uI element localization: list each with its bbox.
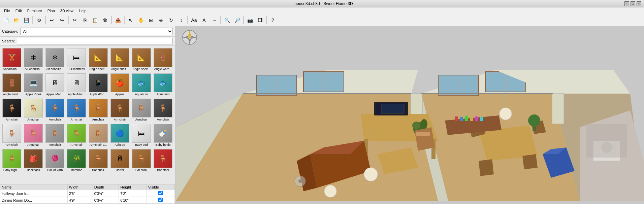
furniture-item-12[interactable]: 📱Apple iPho...: [88, 72, 109, 97]
zoom-in-button[interactable]: 🔍: [222, 15, 232, 25]
furniture-item-9[interactable]: 💻Apple iBook: [23, 72, 44, 97]
copy-button[interactable]: ⎘: [80, 15, 90, 25]
new-button[interactable]: 📄: [1, 15, 11, 25]
3d-scene[interactable]: [175, 26, 644, 204]
furniture-item-15[interactable]: 🐟Aquarium: [153, 72, 173, 97]
redo-button[interactable]: ↪: [57, 15, 67, 25]
furniture-item-6[interactable]: 📐Angle shelf...: [131, 47, 152, 72]
furniture-item-14[interactable]: 🐟Aquarium: [131, 72, 152, 97]
furniture-item-17[interactable]: 🪑Armchair: [23, 98, 44, 122]
help-button[interactable]: ?: [268, 15, 278, 25]
prop-visible-0[interactable]: [147, 190, 174, 197]
create-walls-button[interactable]: ⊞: [146, 15, 156, 25]
arrow-style-button[interactable]: →: [210, 15, 219, 25]
furniture-label-29: Ashtray: [115, 143, 125, 146]
furniture-label-22: Armchair: [135, 118, 148, 121]
furniture-item-10[interactable]: 🖥Apple iMac...: [44, 72, 65, 97]
move-button[interactable]: ⊕: [156, 15, 166, 25]
furniture-item-31[interactable]: 🍼Baby bottle: [153, 123, 173, 147]
svg-point-6: [189, 36, 191, 38]
open-button[interactable]: 📂: [11, 15, 21, 25]
furniture-item-7[interactable]: 🚪Angle ward...: [153, 47, 173, 72]
furniture-item-3[interactable]: 🛏Air mattress: [66, 47, 87, 72]
furniture-item-32[interactable]: 🪑Baby high ...: [1, 148, 22, 173]
right-panel-3d[interactable]: [175, 26, 644, 204]
furniture-item-26[interactable]: 🪑Armchair: [44, 123, 65, 147]
menu-item-3d-view[interactable]: 3D view: [58, 8, 76, 13]
visibility-checkbox-1[interactable]: [158, 198, 163, 202]
video-button[interactable]: 🎞: [255, 15, 265, 25]
furniture-item-5[interactable]: 📐Angle shelf...: [109, 47, 130, 72]
svg-marker-53: [479, 159, 494, 176]
furniture-item-27[interactable]: 🪑Armchair: [66, 123, 87, 147]
furniture-label-8: Angle ward...: [3, 93, 21, 96]
furniture-item-37[interactable]: 🛢Barrel: [109, 148, 130, 173]
property-row-1[interactable]: Dining Room Do...4'9"0'3¾"6'10": [0, 197, 175, 204]
photo-button[interactable]: 📷: [245, 15, 255, 25]
furniture-item-24[interactable]: 🪑Armchair: [1, 123, 22, 147]
rotate-button[interactable]: ↻: [166, 15, 176, 25]
elevate-button[interactable]: ↕: [176, 15, 186, 25]
furniture-label-20: Armchair: [92, 118, 104, 121]
furniture-label-13: Apples: [115, 93, 125, 96]
close-button[interactable]: ×: [637, 1, 641, 6]
furniture-icon-38: 🪑: [132, 149, 151, 168]
furniture-item-23[interactable]: 🪑Armchair: [153, 98, 173, 122]
furniture-item-8[interactable]: 🚪Angle ward...: [1, 72, 22, 97]
undo-button[interactable]: ↩: [47, 15, 57, 25]
furniture-item-4[interactable]: 📐Angle shelf...: [88, 47, 109, 72]
furniture-item-33[interactable]: 🎒Backpack: [23, 148, 44, 173]
menu-item-edit[interactable]: Edit: [13, 8, 25, 13]
export-button[interactable]: 📤: [113, 15, 123, 25]
furniture-item-35[interactable]: 🎋Bamboo: [66, 148, 87, 173]
furniture-item-18[interactable]: 🪑Armchair: [44, 98, 65, 122]
zoom-button[interactable]: Aa: [189, 15, 199, 25]
paste-button[interactable]: 📋: [90, 15, 100, 25]
furniture-item-0[interactable]: 🏋Abdominal ...: [1, 47, 22, 72]
menu-item-file[interactable]: File: [1, 8, 13, 13]
preferences-button[interactable]: ⚙: [34, 15, 44, 25]
save-button[interactable]: 💾: [22, 15, 31, 25]
cut-button[interactable]: ✂: [70, 15, 79, 25]
furniture-item-28[interactable]: 🪑Armchair o...: [88, 123, 109, 147]
menu-item-furniture[interactable]: Furniture: [25, 8, 45, 13]
delete-button[interactable]: 🗑: [100, 15, 110, 25]
minimize-button[interactable]: −: [624, 1, 629, 6]
furniture-item-16[interactable]: 🪑Armchair: [1, 98, 22, 122]
property-row-0[interactable]: Hallway door fr...2'6"0'3¾"7'2": [0, 190, 175, 197]
furniture-item-11[interactable]: 🖥Apple iMac...: [66, 72, 87, 97]
prop-visible-1[interactable]: [147, 197, 174, 204]
furniture-item-39[interactable]: 🪑Bar stool: [153, 148, 173, 173]
furniture-label-39: Bar stool: [157, 168, 169, 172]
furniture-item-1[interactable]: ❄Air conditio...: [23, 47, 44, 72]
maximize-button[interactable]: □: [631, 1, 635, 6]
compass[interactable]: [182, 30, 197, 45]
menu-item-plan[interactable]: Plan: [45, 8, 58, 13]
menu-item-help[interactable]: Help: [76, 8, 89, 13]
furniture-item-30[interactable]: 🛏Baby bed: [131, 123, 152, 147]
category-select[interactable]: AllBedroomLiving roomKitchenBathroomOffi…: [20, 28, 173, 35]
search-input[interactable]: [17, 38, 173, 44]
zoom-out-button[interactable]: 🔎: [232, 15, 242, 25]
furniture-item-13[interactable]: 🍎Apples: [109, 72, 130, 97]
furniture-item-20[interactable]: 🪑Armchair: [88, 98, 109, 122]
select-button[interactable]: ↖: [126, 15, 135, 25]
svg-rect-60: [475, 116, 478, 121]
furniture-item-25[interactable]: 🪑Armchair: [23, 123, 44, 147]
furniture-item-29[interactable]: 🔵Ashtray: [109, 123, 130, 147]
furniture-item-22[interactable]: 🪑Armchair: [131, 98, 152, 122]
furniture-item-34[interactable]: 🧶Ball of Yarn: [44, 148, 65, 173]
furniture-item-19[interactable]: 🪑Armchair: [66, 98, 87, 122]
svg-rect-58: [465, 116, 468, 121]
furniture-label-1: Air conditio...: [25, 67, 42, 71]
pan-button[interactable]: ✋: [136, 15, 146, 25]
visibility-checkbox-0[interactable]: [158, 191, 163, 195]
furniture-item-36[interactable]: 🪑Bar chair: [88, 148, 109, 173]
furniture-grid: 🏋Abdominal ...❄Air conditio...❄Air condi…: [0, 46, 175, 184]
furniture-item-2[interactable]: ❄Air conditio...: [44, 47, 65, 72]
text-style-button[interactable]: A: [199, 15, 209, 25]
prop-depth-1: 0'3¾": [93, 197, 119, 204]
furniture-item-21[interactable]: 🪑Armchair: [109, 98, 130, 122]
furniture-item-38[interactable]: 🪑Bar stool: [131, 148, 152, 173]
window-controls[interactable]: − □ ×: [624, 1, 641, 6]
